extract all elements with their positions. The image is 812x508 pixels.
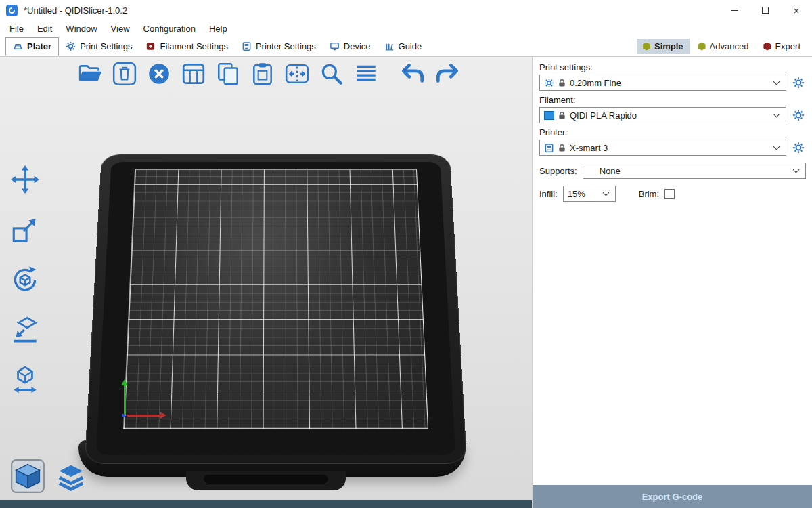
copy-button[interactable] <box>214 60 242 88</box>
open-file-button[interactable] <box>76 60 104 88</box>
gear-icon <box>792 142 805 154</box>
measure-button[interactable] <box>8 363 42 397</box>
search-button[interactable] <box>317 60 346 88</box>
brim-label: Brim: <box>639 189 659 199</box>
minimize-button[interactable] <box>719 0 750 20</box>
gear-icon <box>792 77 805 89</box>
advanced-mode-icon <box>698 43 706 51</box>
build-plate-grid <box>123 169 428 429</box>
filament-color-swatch <box>544 111 554 120</box>
redo-button[interactable] <box>433 60 461 88</box>
print-settings-combo[interactable]: 0.20mm Fine <box>539 75 786 91</box>
tab-printer-settings[interactable]: Printer Settings <box>235 38 323 55</box>
tab-guide[interactable]: Guide <box>378 38 429 55</box>
filament-label: Filament: <box>539 95 806 105</box>
redo-icon <box>434 61 460 87</box>
menu-window[interactable]: Window <box>59 22 104 36</box>
menu-edit[interactable]: Edit <box>30 22 59 36</box>
trash-icon <box>112 61 137 87</box>
place-on-face-button[interactable] <box>8 313 42 347</box>
print-settings-value: 0.20mm Fine <box>570 78 621 88</box>
filament-spool-icon <box>145 41 156 51</box>
3d-viewport[interactable] <box>0 57 532 508</box>
delete-button[interactable] <box>110 60 139 88</box>
undo-button[interactable] <box>399 60 427 88</box>
undo-redo-group <box>399 60 461 88</box>
chevron-down-icon <box>773 111 780 118</box>
lock-icon <box>558 79 566 87</box>
mode-advanced[interactable]: Advanced <box>692 39 755 54</box>
gizmo-toolbar <box>8 163 42 397</box>
paste-icon <box>250 61 275 87</box>
mode-switcher: Simple Advanced Expert <box>637 39 807 54</box>
infill-label: Infill: <box>539 189 558 199</box>
undo-icon <box>400 61 426 87</box>
gear-icon <box>544 78 554 88</box>
split-button[interactable] <box>283 60 311 88</box>
place-on-face-icon <box>9 314 41 345</box>
tab-printer-settings-label: Printer Settings <box>256 41 316 51</box>
tab-device[interactable]: Device <box>323 38 378 55</box>
print-settings-edit-button[interactable] <box>791 75 806 90</box>
variable-layers-button[interactable] <box>352 60 380 88</box>
tab-print-settings[interactable]: Print Settings <box>59 38 139 55</box>
tab-plater[interactable]: Plater <box>5 37 59 56</box>
mode-simple[interactable]: Simple <box>637 39 690 54</box>
printer-combo[interactable]: X-smart 3 <box>539 140 786 156</box>
maximize-button[interactable] <box>750 0 781 20</box>
move-button[interactable] <box>8 163 42 196</box>
printer-icon <box>544 143 554 153</box>
gear-icon <box>66 41 76 51</box>
mode-advanced-label: Advanced <box>710 41 749 51</box>
tab-filament-settings[interactable]: Filament Settings <box>139 38 234 55</box>
infill-combo[interactable]: 15% <box>563 186 616 202</box>
mode-expert[interactable]: Expert <box>757 39 807 54</box>
supports-combo[interactable]: None <box>583 163 806 179</box>
menu-bar: File Edit Window View Configuration Help <box>0 20 812 37</box>
scale-icon <box>9 214 41 245</box>
menu-view[interactable]: View <box>104 22 137 36</box>
supports-value: None <box>600 166 621 176</box>
filament-edit-button[interactable] <box>791 108 806 123</box>
chevron-down-icon <box>602 190 609 196</box>
3d-view-cube-icon <box>10 459 45 494</box>
menu-help[interactable]: Help <box>202 22 234 36</box>
expert-mode-icon <box>763 43 771 51</box>
filament-value: QIDI PLA Rapido <box>570 110 637 121</box>
close-button[interactable]: × <box>781 0 812 20</box>
lock-icon <box>558 111 566 120</box>
brim-checkbox[interactable] <box>664 189 675 199</box>
search-icon <box>319 61 344 87</box>
sliced-layers-icon <box>55 462 87 493</box>
print-bed-handle <box>186 471 346 490</box>
filament-combo[interactable]: QIDI PLA Rapido <box>539 107 786 123</box>
preview-view-button[interactable] <box>54 461 88 494</box>
menu-file[interactable]: File <box>3 22 30 36</box>
printer-edit-button[interactable] <box>791 140 806 155</box>
main-area: Print settings: 0.20mm Fine Filament: QI… <box>0 57 812 508</box>
viewport-bottom-bar <box>0 500 532 508</box>
export-gcode-button[interactable]: Export G-code <box>533 485 812 508</box>
print-bed <box>85 154 467 464</box>
move-icon <box>9 164 41 195</box>
infill-value: 15% <box>568 189 585 199</box>
paste-button[interactable] <box>248 60 277 88</box>
rotate-button[interactable] <box>8 263 42 297</box>
printer-icon <box>242 41 252 51</box>
delete-all-button[interactable] <box>145 60 173 88</box>
minimize-icon <box>731 10 738 11</box>
simple-mode-icon <box>643 43 650 51</box>
scale-button[interactable] <box>8 213 42 247</box>
printer-value: X-smart 3 <box>570 143 608 153</box>
guide-books-icon <box>384 41 394 51</box>
editor-view-button[interactable] <box>9 458 46 494</box>
delete-all-icon <box>146 61 172 87</box>
tab-guide-label: Guide <box>399 41 422 51</box>
menu-configuration[interactable]: Configuration <box>137 22 202 36</box>
arrange-button[interactable] <box>179 60 208 88</box>
supports-label: Supports: <box>539 166 577 176</box>
print-settings-label: Print settings: <box>539 62 806 72</box>
y-axis-indicator <box>124 385 126 416</box>
device-monitor-icon <box>330 41 340 51</box>
layers-list-icon <box>353 61 379 87</box>
